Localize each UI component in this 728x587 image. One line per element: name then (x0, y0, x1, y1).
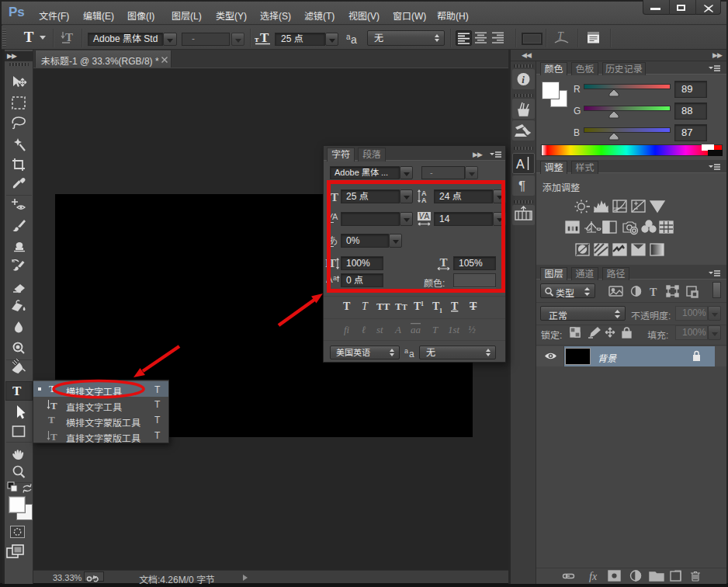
svg-text:fi: fi (344, 324, 350, 335)
svg-text:T: T (331, 191, 338, 203)
svg-text:a: a (404, 347, 408, 355)
svg-text:T: T (343, 300, 351, 312)
svg-text:T: T (402, 303, 407, 311)
svg-text:T: T (362, 300, 369, 312)
svg-text:T: T (260, 30, 269, 45)
svg-text:A: A (326, 273, 333, 285)
svg-text:½: ½ (468, 324, 476, 335)
svg-text:A: A (332, 212, 338, 221)
svg-text:a: a (409, 349, 414, 359)
svg-text:T: T (50, 431, 57, 443)
svg-text:1: 1 (439, 307, 442, 314)
svg-text:st: st (376, 324, 383, 335)
svg-text:T: T (65, 31, 73, 43)
svg-text:T: T (470, 300, 477, 312)
svg-text:A: A (421, 196, 427, 204)
svg-text:fx: fx (589, 571, 598, 582)
svg-text:1: 1 (421, 300, 424, 307)
svg-text:TT: TT (376, 300, 390, 312)
svg-text:A: A (516, 158, 525, 171)
svg-text:i: i (522, 74, 525, 85)
svg-text:T: T (440, 256, 448, 269)
svg-text:T: T (50, 400, 57, 412)
svg-text:T: T (12, 384, 22, 398)
svg-text:あ: あ (328, 234, 338, 245)
svg-text:T: T (328, 257, 336, 269)
svg-text:1st: 1st (448, 324, 460, 335)
svg-text:т: т (255, 34, 259, 43)
svg-text:A: A (394, 324, 401, 335)
svg-text:aa: aa (411, 324, 421, 335)
svg-text:ℓ: ℓ (362, 324, 366, 335)
svg-text:¶: ¶ (518, 179, 525, 193)
svg-text:a: a (333, 274, 337, 282)
svg-text:T: T (432, 324, 439, 335)
svg-text:T: T (395, 300, 402, 312)
svg-text:T: T (650, 287, 657, 298)
svg-text:A: A (425, 212, 430, 221)
svg-text:T: T (451, 300, 459, 312)
svg-text:a: a (351, 33, 357, 46)
